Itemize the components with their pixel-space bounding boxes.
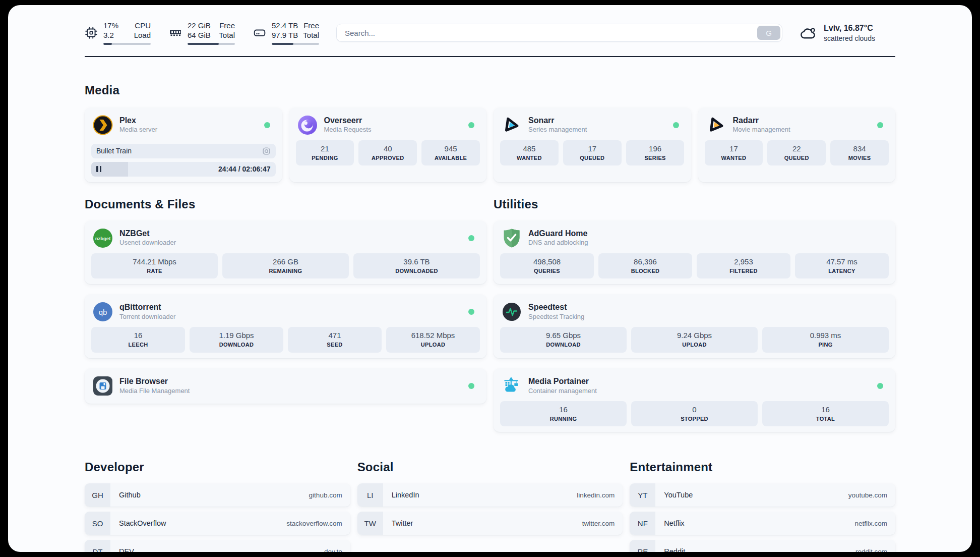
bookmark-linkedin[interactable]: LI LinkedIn linkedin.com bbox=[357, 483, 623, 507]
service-card-speedtest[interactable]: Speedtest Speedtest Tracking 9.65 Gbps D… bbox=[494, 294, 895, 358]
weather-widget: Lviv, 16.87°C scattered clouds bbox=[800, 23, 895, 43]
bookmark-url: stackoverflow.com bbox=[286, 520, 342, 527]
service-description: Series management bbox=[528, 126, 587, 134]
service-card-radarr[interactable]: Radarr Movie management 17 WANTED 22 QUE… bbox=[698, 107, 896, 182]
section-title-social: Social bbox=[357, 460, 623, 474]
bookmark-name: StackOverflow bbox=[119, 519, 166, 527]
bookmark-group-developer: Developer GH Github github.com SO StackO… bbox=[85, 460, 350, 552]
bookmark-youtube[interactable]: YT YouTube youtube.com bbox=[630, 483, 895, 507]
service-name: NZBGet bbox=[119, 229, 176, 239]
bookmark-name: Netflix bbox=[664, 519, 684, 527]
bookmark-abbr: TW bbox=[357, 512, 383, 535]
service-card-plex[interactable]: Plex Media server Bullet Train 24:44 / 0… bbox=[85, 107, 282, 182]
radarr-icon bbox=[706, 115, 726, 135]
service-name: Radarr bbox=[733, 116, 790, 126]
stat-pill: 22 QUEUED bbox=[767, 140, 826, 166]
top-bar: 17%3.2 CPULoad bbox=[85, 21, 895, 45]
service-description: DNS and adblocking bbox=[528, 239, 588, 247]
stat-pill: 16 TOTAL bbox=[762, 401, 889, 427]
bookmark-group-social: Social LI LinkedIn linkedin.com TW Twitt… bbox=[357, 460, 623, 552]
plex-now-playing-row: Bullet Train bbox=[91, 144, 276, 158]
bookmark-netflix[interactable]: NF Netflix netflix.com bbox=[630, 512, 895, 535]
bookmark-name: LinkedIn bbox=[392, 491, 419, 499]
service-description: Speedtest Tracking bbox=[528, 313, 584, 321]
bookmark-abbr: GH bbox=[85, 483, 110, 507]
weather-condition: scattered clouds bbox=[824, 34, 875, 43]
disk-values: 52.4 TB97.9 TB bbox=[272, 21, 298, 40]
stat-pill: 47.57 ms LATENCY bbox=[795, 253, 889, 279]
stat-pill: 39.6 TB DOWNLOADED bbox=[353, 253, 480, 279]
section-title-developer: Developer bbox=[85, 460, 350, 474]
bookmark-twitter[interactable]: TW Twitter twitter.com bbox=[357, 512, 623, 535]
header-divider bbox=[85, 56, 895, 57]
stat-pill: 86,396 BLOCKED bbox=[598, 253, 692, 279]
media-grid: Plex Media server Bullet Train 24:44 / 0… bbox=[85, 107, 895, 182]
svg-text:qb: qb bbox=[99, 308, 107, 316]
disk-stat: 52.4 TB97.9 TB FreeTotal bbox=[253, 21, 319, 45]
service-card-portainer[interactable]: Media Portainer Container management 16 … bbox=[494, 368, 895, 432]
sonarr-icon bbox=[502, 115, 522, 135]
service-description: Media Requests bbox=[324, 126, 372, 134]
memory-values: 22 GiB64 GiB bbox=[188, 21, 211, 40]
bookmark-url: netflix.com bbox=[854, 520, 887, 527]
weather-location-temp: Lviv, 16.87°C bbox=[824, 23, 875, 34]
plex-player-row: 24:44 / 02:06:47 bbox=[91, 162, 276, 177]
service-description: Container management bbox=[528, 387, 597, 396]
cloud-icon bbox=[800, 25, 818, 40]
service-name: qBittorrent bbox=[119, 302, 175, 313]
nzbget-icon: nzbget bbox=[93, 228, 113, 248]
disk-progress-bar bbox=[272, 43, 319, 45]
stat-pill: 16 RUNNING bbox=[500, 401, 627, 427]
stat-pill: 266 GB REMAINING bbox=[222, 253, 349, 279]
qbittorrent-icon: qb bbox=[93, 302, 113, 322]
stat-pill: 485 WANTED bbox=[500, 140, 559, 166]
adguard-icon bbox=[502, 228, 522, 248]
service-card-filebrowser[interactable]: File Browser Media File Management bbox=[85, 368, 486, 404]
bookmark-name: Twitter bbox=[392, 519, 413, 527]
service-name: Sonarr bbox=[528, 116, 587, 126]
section-title-media: Media bbox=[85, 83, 895, 97]
status-online-dot bbox=[673, 122, 679, 128]
bookmark-stackoverflow[interactable]: SO StackOverflow stackoverflow.com bbox=[85, 512, 350, 535]
bookmark-group-entertainment: Entertainment YT YouTube youtube.com NF … bbox=[630, 460, 895, 552]
cpu-values: 17%3.2 bbox=[103, 21, 118, 40]
plex-icon bbox=[93, 115, 113, 135]
stat-pill: 17 QUEUED bbox=[563, 140, 622, 166]
search-input[interactable] bbox=[336, 24, 782, 42]
overseerr-icon bbox=[297, 115, 318, 135]
status-online-dot bbox=[468, 383, 474, 389]
status-online-dot bbox=[264, 122, 270, 128]
bookmark-dev[interactable]: DT DEV dev.to bbox=[85, 540, 350, 552]
cpu-icon bbox=[85, 26, 98, 39]
stat-pill: 40 APPROVED bbox=[358, 140, 417, 166]
bookmark-github[interactable]: GH Github github.com bbox=[85, 483, 350, 507]
search-provider-button[interactable]: G bbox=[757, 26, 780, 40]
service-card-nzbget[interactable]: nzbget NZBGet Usenet downloader 744.21 M… bbox=[85, 220, 486, 285]
bookmark-abbr: SO bbox=[85, 512, 110, 535]
service-card-sonarr[interactable]: Sonarr Series management 485 WANTED 17 Q… bbox=[494, 107, 691, 182]
bookmark-url: youtube.com bbox=[848, 491, 887, 499]
service-card-qbittorrent[interactable]: qb qBittorrent Torrent downloader 16 bbox=[85, 294, 486, 358]
session-icon bbox=[262, 147, 271, 155]
stat-pill: 9.24 Gbps UPLOAD bbox=[631, 327, 758, 353]
pause-button[interactable] bbox=[96, 166, 101, 172]
bookmark-url: dev.to bbox=[324, 548, 342, 552]
dashboard-page: 17%3.2 CPULoad bbox=[8, 5, 972, 552]
stat-pill: 1.19 Gbps DOWNLOAD bbox=[190, 327, 283, 353]
service-card-adguard[interactable]: AdGuard Home DNS and adblocking 498,508 … bbox=[494, 220, 895, 285]
bookmark-url: reddit.com bbox=[855, 548, 887, 552]
memory-progress-bar bbox=[188, 43, 235, 45]
memory-labels: FreeTotal bbox=[219, 21, 235, 40]
system-stats: 17%3.2 CPULoad bbox=[85, 21, 319, 45]
portainer-icon bbox=[502, 376, 522, 396]
bookmark-abbr: DT bbox=[85, 540, 110, 552]
stat-pill: 498,508 QUERIES bbox=[500, 253, 594, 279]
status-online-dot bbox=[877, 383, 883, 389]
documents-column: Documents & Files nzbget NZBGet Usenet d… bbox=[85, 197, 486, 432]
status-online-dot bbox=[468, 235, 474, 241]
bookmark-reddit[interactable]: RE Reddit reddit.com bbox=[630, 540, 895, 552]
service-card-overseerr[interactable]: Overseerr Media Requests 21 PENDING 40 A… bbox=[289, 107, 487, 182]
status-online-dot bbox=[468, 309, 474, 315]
stat-pill: 21 PENDING bbox=[296, 140, 354, 166]
status-online-dot bbox=[877, 122, 883, 128]
